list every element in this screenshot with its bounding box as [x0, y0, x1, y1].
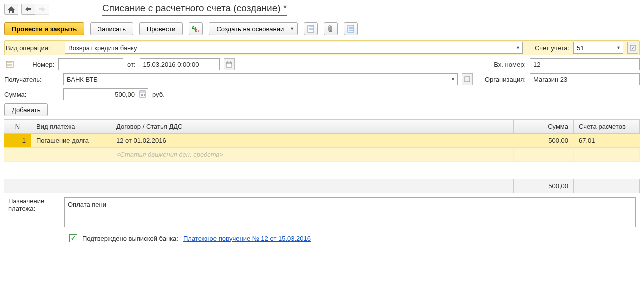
cell-payment-type: Погашение долга [31, 134, 111, 148]
date-input[interactable]: 15.03.2016 0:00:00 [140, 58, 220, 70]
cell-n: 1 [4, 134, 31, 148]
svg-point-24 [144, 94, 145, 95]
date-value: 15.03.2016 0:00:00 [143, 61, 199, 68]
document-icon [4, 58, 15, 70]
from-label: от: [127, 61, 136, 68]
cell-acct: 67.01 [574, 134, 640, 148]
col-type-header[interactable]: Вид платежа [31, 120, 111, 134]
amount-input[interactable]: 500,00 [63, 88, 148, 100]
svg-rect-10 [630, 46, 635, 50]
payments-table: N Вид платежа Договор / Статья ДДС Сумма… [4, 120, 640, 194]
create-based-on-button[interactable]: Создать на основании ▼ [209, 22, 298, 36]
svg-point-23 [142, 94, 143, 95]
total-sum: 500,00 [514, 180, 574, 193]
svg-rect-15 [226, 62, 232, 68]
currency-label: руб. [152, 91, 165, 98]
confirmed-checkbox[interactable]: ✓ [69, 234, 77, 242]
svg-point-26 [142, 96, 143, 96]
chevron-down-icon: ▼ [290, 26, 294, 32]
cell-contract: 12 от 01.02.2016 [111, 134, 514, 148]
table-row[interactable]: 1 Погашение долга 12 от 01.02.2016 500,0… [4, 134, 640, 148]
save-button[interactable]: Записать [90, 22, 133, 36]
payment-purpose-label: Назначение платежа: [8, 198, 58, 228]
svg-rect-2 [308, 26, 314, 32]
recipient-value: БАНК ВТБ [67, 76, 98, 84]
chevron-down-icon: ▼ [451, 77, 455, 82]
operation-type-value: Возврат кредита банку [68, 44, 137, 52]
report-button[interactable] [304, 22, 318, 36]
payment-purpose-input[interactable]: Оплата пени [64, 198, 636, 228]
forward-button [35, 4, 49, 15]
table-row-sub[interactable]: <Статья движения ден. средств> [4, 148, 640, 162]
list-button[interactable] [344, 22, 358, 36]
recipient-row: Получатель: БАНК ВТБ ▼ Организация: Мага… [4, 74, 640, 86]
cell-sum: 500,00 [514, 134, 574, 148]
back-button[interactable] [21, 4, 35, 15]
operation-type-select[interactable]: Возврат кредита банку ▼ [65, 42, 523, 54]
operation-type-row: Вид операции: Возврат кредита банку ▼ Сч… [4, 40, 640, 56]
col-acct-header[interactable]: Счета расчетов [574, 120, 640, 134]
payment-order-link[interactable]: Платежное поручение № 12 от 15.03.2016 [183, 235, 311, 242]
home-button[interactable] [4, 4, 18, 15]
svg-rect-21 [140, 92, 145, 93]
svg-point-25 [141, 96, 142, 96]
number-input[interactable] [58, 58, 123, 70]
account-select[interactable]: 51 ▼ [573, 42, 623, 54]
toolbar: Провести и закрыть Записать Провести ДтК… [0, 20, 644, 38]
svg-text:Кт: Кт [195, 28, 199, 32]
amount-label: Сумма: [4, 91, 59, 98]
create-based-on-label: Создать на основании [216, 26, 284, 33]
calendar-button[interactable] [224, 58, 235, 70]
recipient-label: Получатель: [4, 76, 59, 84]
incoming-number-input[interactable]: 12 [530, 58, 640, 70]
topbar: Списание с расчетного счета (создание) * [0, 0, 644, 20]
table-totals: 500,00 [4, 179, 640, 194]
account-open-button[interactable] [627, 42, 638, 54]
col-contract-header[interactable]: Договор / Статья ДДС [111, 120, 514, 134]
post-button[interactable]: Провести [139, 22, 183, 36]
organization-label: Организация: [485, 76, 526, 84]
svg-point-22 [141, 94, 142, 95]
incoming-number-label: Вх. номер: [494, 61, 526, 68]
organization-input[interactable]: Магазин 23 [530, 74, 640, 86]
post-and-close-button[interactable]: Провести и закрыть [4, 22, 84, 36]
account-value: 51 [577, 44, 584, 52]
recipient-select[interactable]: БАНК ВТБ ▼ [63, 74, 458, 86]
add-row: Добавить [4, 104, 640, 116]
operation-type-label: Вид операции: [6, 44, 61, 52]
chevron-down-icon: ▼ [616, 46, 621, 50]
col-sum-header[interactable]: Сумма [514, 120, 574, 134]
debit-credit-button[interactable]: ДтКт [189, 22, 203, 36]
attach-button[interactable] [324, 22, 338, 36]
chevron-down-icon: ▼ [516, 46, 520, 50]
confirmation-row: ✓ Подтверждено выпиской банка: Платежное… [4, 232, 640, 248]
svg-rect-19 [465, 77, 470, 82]
calculator-icon[interactable] [139, 90, 146, 98]
recipient-open-button[interactable] [462, 74, 473, 86]
number-label: Номер: [19, 61, 54, 68]
form-area: Вид операции: Возврат кредита банку ▼ Сч… [0, 38, 644, 250]
confirmed-label: Подтверждено выпиской банка: [82, 235, 178, 242]
add-button[interactable]: Добавить [4, 104, 48, 116]
col-n-header[interactable]: N [4, 120, 31, 134]
svg-point-27 [144, 96, 145, 96]
amount-value: 500,00 [67, 91, 135, 98]
account-label: Счет учета: [535, 44, 569, 52]
amount-row: Сумма: 500,00 руб. [4, 88, 640, 100]
page-title: Списание с расчетного счета (создание) * [102, 3, 287, 16]
table-header: N Вид платежа Договор / Статья ДДС Сумма… [4, 120, 640, 134]
number-row: Номер: от: 15.03.2016 0:00:00 Вх. номер:… [4, 58, 640, 70]
payment-purpose-row: Назначение платежа: Оплата пени [4, 194, 640, 232]
cell-dds-placeholder[interactable]: <Статья движения ден. средств> [111, 148, 514, 162]
